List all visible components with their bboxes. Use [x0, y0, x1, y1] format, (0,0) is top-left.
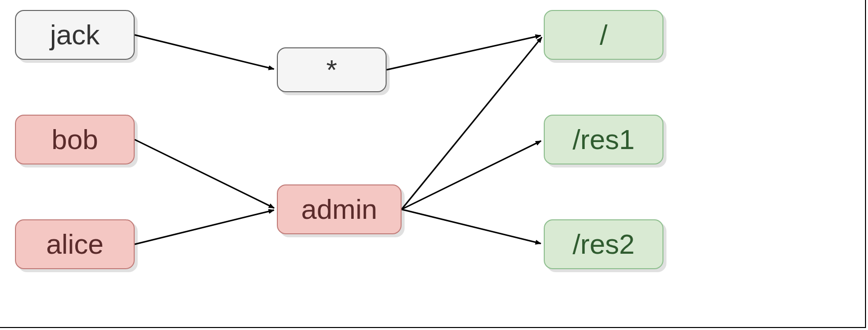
- node-label: bob: [51, 126, 98, 154]
- edge-admin-to-root: [402, 37, 542, 209]
- node-label: jack: [50, 21, 100, 49]
- node-label: alice: [46, 230, 103, 258]
- edge-jack-to-star: [135, 35, 274, 69]
- node-label: admin: [301, 195, 378, 223]
- edge-admin-to-res2: [402, 209, 541, 244]
- node-alice: alice: [15, 219, 135, 269]
- edge-alice-to-admin: [135, 210, 274, 244]
- node-star: *: [277, 47, 387, 92]
- node-res1: /res1: [544, 115, 663, 165]
- node-admin: admin: [277, 184, 402, 234]
- diagram-canvas: jack bob alice * admin / /res1 /res2: [0, 0, 868, 330]
- node-root: /: [544, 10, 663, 60]
- node-label: /: [600, 21, 608, 49]
- node-jack: jack: [15, 10, 135, 60]
- node-label: *: [326, 56, 337, 84]
- edge-bob-to-admin: [135, 140, 274, 208]
- node-bob: bob: [15, 115, 135, 165]
- edge-admin-to-res1: [402, 141, 541, 209]
- node-label: /res1: [573, 126, 635, 154]
- edge-star-to-root: [387, 35, 541, 70]
- node-label: /res2: [573, 230, 635, 258]
- node-res2: /res2: [544, 219, 663, 269]
